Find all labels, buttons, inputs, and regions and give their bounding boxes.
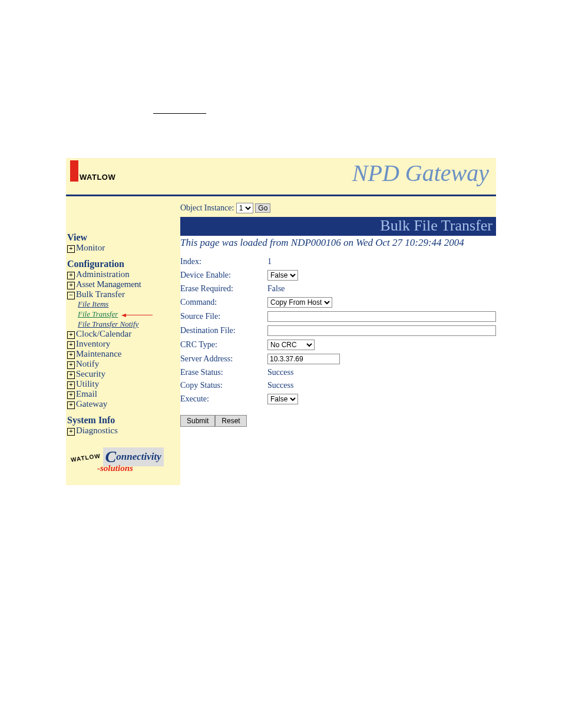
- sidebar-item-label: Security: [76, 369, 105, 378]
- destination-file-label: Destination File:: [180, 326, 267, 335]
- sidebar-item-email[interactable]: +Email: [67, 389, 177, 399]
- sidebar-item-maintenance[interactable]: +Maintenance: [67, 349, 177, 359]
- sidebar-item-gateway[interactable]: +Gateway: [67, 399, 177, 409]
- sidebar-item-bulk-transfer[interactable]: −Bulk Transfer: [67, 289, 177, 299]
- loaded-message: This page was loaded from NDP000106 on W…: [180, 236, 496, 257]
- instance-bar: Object Instance: 1 Go: [180, 199, 496, 217]
- logo-text-part: onnectivity: [116, 451, 161, 462]
- object-instance-select[interactable]: 1: [236, 203, 253, 213]
- reset-button[interactable]: Reset: [215, 415, 246, 427]
- sidebar-item-clock-calendar[interactable]: +Clock/Calendar: [67, 329, 177, 339]
- page-title: Bulk File Transfer: [180, 217, 496, 236]
- server-address-input[interactable]: [267, 354, 340, 364]
- expand-icon: +: [67, 361, 75, 369]
- index-value: 1: [267, 257, 272, 266]
- horizontal-rule: [153, 113, 206, 114]
- device-enable-select[interactable]: False: [267, 270, 298, 281]
- expand-icon: +: [67, 245, 75, 253]
- sidebar-item-label: Diagnostics: [76, 426, 118, 435]
- sidebar-item-label: Utility: [76, 379, 99, 388]
- server-address-label: Server Address:: [180, 354, 267, 364]
- sidebar-item-label: Asset Management: [76, 279, 141, 289]
- erase-required-label: Erase Required:: [180, 284, 267, 294]
- command-label: Command:: [180, 298, 267, 307]
- sidebar-heading-configuration: Configuration: [67, 259, 177, 269]
- sidebar: View +Monitor Configuration +Administrat…: [66, 199, 180, 485]
- destination-file-input[interactable]: [267, 325, 496, 336]
- sidebar-subitem-file-transfer[interactable]: File Transfer: [78, 309, 118, 318]
- erase-status-label: Erase Status:: [180, 368, 267, 377]
- expand-icon: +: [67, 428, 75, 436]
- logo-text: WATLOW: [80, 173, 115, 182]
- sidebar-item-label: Monitor: [76, 243, 105, 252]
- sidebar-item-security[interactable]: +Security: [67, 369, 177, 379]
- sidebar-subitem-file-transfer-notify[interactable]: File Transfer Notify: [78, 319, 177, 329]
- crc-type-select[interactable]: No CRC: [267, 340, 315, 350]
- sidebar-item-label: Email: [76, 389, 97, 398]
- collapse-icon: −: [67, 292, 75, 299]
- expand-icon: +: [67, 282, 75, 289]
- submit-button[interactable]: Submit: [180, 415, 215, 427]
- sidebar-item-utility[interactable]: +Utility: [67, 379, 177, 389]
- sidebar-item-monitor[interactable]: +Monitor: [67, 243, 177, 253]
- execute-select[interactable]: False: [267, 394, 298, 404]
- pointer-arrow-icon: [121, 309, 153, 319]
- expand-icon: +: [67, 401, 75, 409]
- app-frame: WATLOW NPD Gateway View +Monitor Configu…: [66, 158, 496, 485]
- sidebar-item-inventory[interactable]: +Inventory: [67, 339, 177, 349]
- sidebar-item-label: Inventory: [76, 339, 110, 348]
- erase-required-value: False: [267, 284, 285, 294]
- main-content: Object Instance: 1 Go Bulk File Transfer…: [180, 199, 496, 485]
- crc-type-label: CRC Type:: [180, 340, 267, 350]
- sidebar-item-diagnostics[interactable]: +Diagnostics: [67, 426, 177, 436]
- sidebar-item-label: Clock/Calendar: [76, 329, 131, 338]
- device-enable-label: Device Enable:: [180, 271, 267, 280]
- sidebar-item-notify[interactable]: +Notify: [67, 359, 177, 369]
- expand-icon: +: [67, 351, 75, 359]
- sidebar-item-label: Notify: [76, 359, 99, 368]
- expand-icon: +: [67, 371, 75, 379]
- index-label: Index:: [180, 257, 267, 266]
- command-select[interactable]: Copy From Host: [267, 297, 332, 308]
- source-file-label: Source File:: [180, 312, 267, 321]
- execute-label: Execute:: [180, 394, 267, 404]
- connectivity-solutions-logo: WATLOW Connectivity -solutions: [71, 447, 177, 473]
- sidebar-subitem-file-items[interactable]: File Items: [78, 299, 177, 309]
- logo-bar-icon: [70, 160, 78, 182]
- header-rule: [66, 195, 496, 196]
- sidebar-heading-system-info: System Info: [67, 415, 177, 426]
- object-instance-label: Object Instance:: [180, 203, 234, 212]
- go-button[interactable]: Go: [255, 203, 270, 213]
- source-file-input[interactable]: [267, 311, 496, 322]
- copy-status-label: Copy Status:: [180, 381, 267, 390]
- sidebar-item-label: Administration: [76, 269, 130, 279]
- logo-arc-text: WATLOW: [70, 453, 101, 463]
- expand-icon: +: [67, 341, 75, 349]
- sidebar-item-administration[interactable]: +Administration: [67, 269, 177, 279]
- sidebar-item-asset-management[interactable]: +Asset Management: [67, 279, 177, 289]
- app-title: NPD Gateway: [352, 159, 489, 187]
- expand-icon: +: [67, 331, 75, 339]
- sidebar-heading-view: View: [67, 232, 177, 243]
- form: Index: 1 Device Enable: False Erase Requ…: [180, 257, 496, 427]
- erase-status-value: Success: [267, 368, 293, 377]
- watlow-logo: WATLOW: [70, 160, 115, 182]
- sidebar-item-label: Maintenance: [76, 349, 121, 358]
- copy-status-value: Success: [267, 381, 293, 390]
- header: WATLOW NPD Gateway: [66, 158, 496, 199]
- expand-icon: +: [67, 381, 75, 389]
- expand-icon: +: [67, 272, 75, 279]
- sidebar-item-label: Gateway: [76, 399, 107, 409]
- sidebar-item-label: Bulk Transfer: [76, 289, 125, 299]
- expand-icon: +: [67, 391, 75, 399]
